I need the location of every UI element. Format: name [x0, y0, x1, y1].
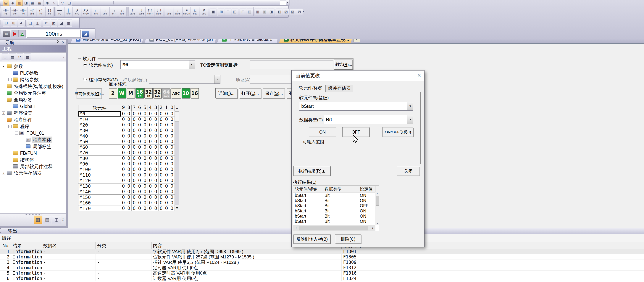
bit-cell[interactable]: 0 [137, 183, 142, 189]
format-2-button[interactable]: 2 [109, 88, 117, 98]
ladder-tool-icon[interactable]: ⊡ [240, 8, 246, 15]
toolbar-combo-stub[interactable] [280, 0, 286, 5]
list-item[interactable]: bStartBitON [293, 193, 379, 198]
toolbar-icon[interactable]: ◨ [23, 0, 29, 6]
bit-cell[interactable]: 0 [158, 200, 164, 206]
close-icon[interactable]: ✕ [60, 40, 66, 45]
monitor-status-icon[interactable]: ▲A [18, 30, 26, 37]
bit-cell[interactable]: 0 [137, 156, 142, 161]
scroll-down-icon[interactable]: ▼ [175, 205, 179, 211]
bit-cell[interactable]: 0 [142, 161, 148, 167]
bit-cell[interactable]: 0 [153, 178, 158, 183]
bit-cell[interactable]: 0 [169, 167, 175, 172]
bit-cell[interactable]: 0 [137, 128, 142, 134]
current-value-change-button[interactable]: 当前值更改(G)... [76, 89, 102, 99]
bit-cell[interactable]: 0 [164, 183, 169, 189]
tree-item----[interactable]: 结构体 [0, 156, 66, 163]
bit-cell[interactable]: 0 [121, 195, 126, 200]
bit-cell[interactable]: 0 [164, 156, 169, 161]
table-row[interactable]: M00000000000 [78, 111, 179, 117]
format-16bit-button[interactable]: 16bit [136, 88, 144, 98]
bit-cell[interactable]: 0 [158, 144, 164, 150]
bit-cell[interactable]: 0 [126, 195, 132, 200]
on-button[interactable]: ON [309, 127, 336, 137]
tree-item-----[interactable]: 局部标签 [0, 143, 66, 150]
hscrollbar-thumb[interactable] [299, 226, 368, 230]
tree-item-----[interactable]: +程序设置 [0, 110, 66, 116]
buffer-memory-radio[interactable] [83, 78, 86, 81]
toolbar-icon[interactable]: ▦ [36, 0, 42, 6]
list-item[interactable]: bStartBitON [293, 198, 379, 203]
bit-cell[interactable]: 0 [142, 139, 148, 144]
ladder-symbol-aF5-icon[interactable]: ↑aF5 [165, 7, 173, 17]
bit-cell[interactable]: 0 [132, 139, 137, 144]
bit-cell[interactable]: 0 [169, 183, 175, 189]
bit-cell[interactable]: 0 [169, 161, 175, 167]
window-tool-icon[interactable]: ⟳ [43, 19, 50, 26]
tree-item---[interactable]: -参数 [0, 63, 66, 70]
bit-cell[interactable]: 0 [121, 161, 126, 167]
bit-cell[interactable]: 0 [148, 122, 153, 128]
bit-cell[interactable]: 0 [158, 195, 164, 200]
bit-cell[interactable]: 0 [158, 156, 164, 161]
tree-item-global1[interactable]: Global1 [0, 103, 66, 110]
ladder-symbol-caF5-icon[interactable]: ↓caF5 [174, 7, 182, 17]
ladder-symbol-saF5-icon[interactable]: ⇑saF5 [128, 7, 137, 17]
bit-cell[interactable]: 0 [137, 178, 142, 183]
device-cell[interactable]: M140 [78, 189, 121, 195]
device-cell[interactable]: M100 [78, 167, 121, 172]
device-cell[interactable]: M30 [78, 128, 121, 134]
bit-cell[interactable]: 0 [126, 134, 132, 139]
bit-cell[interactable]: 0 [153, 200, 158, 206]
window-overflow-chevron[interactable]: ▾ [72, 18, 76, 28]
bit-cell[interactable]: 0 [126, 161, 132, 167]
bit-cell[interactable]: 0 [153, 150, 158, 156]
bit-cell[interactable]: 0 [121, 183, 126, 189]
ladder-symbol-sF8-icon[interactable]: ↓↑sF8 [101, 7, 109, 17]
bit-cell[interactable]: 0 [137, 189, 142, 195]
bit-cell[interactable]: 0 [158, 172, 164, 178]
ladder-symbol-sF7-icon[interactable]: ↑↓sF7 [92, 7, 100, 17]
bit-cell[interactable]: 0 [142, 206, 148, 211]
tree-item-------------[interactable]: 特殊模块(智能功能模块) [0, 83, 66, 90]
bit-cell[interactable]: 0 [126, 150, 132, 156]
bit-cell[interactable]: 0 [132, 150, 137, 156]
chevron-down-icon[interactable]: ▼ [189, 60, 194, 69]
bit-cell[interactable]: 0 [126, 144, 132, 150]
bit-cell[interactable]: 0 [169, 178, 175, 183]
expand-icon[interactable]: + [8, 78, 12, 81]
bit-cell[interactable]: 0 [142, 150, 148, 156]
ladder-tool-icon[interactable]: ◨ [268, 8, 274, 15]
ladder-symbol-caF10-icon[interactable]: ↗caF10 [182, 7, 191, 17]
ladder-symbol-cF9-icon[interactable]: ✗cF9 [73, 7, 82, 17]
bit-cell[interactable]: 0 [164, 167, 169, 172]
tree-item-pou_01[interactable]: -STPOU_01 [0, 130, 66, 136]
save-button[interactable]: 保存(S)... [263, 88, 285, 98]
window-tool-icon[interactable]: ⊞ [10, 19, 17, 26]
device-cell[interactable]: M70 [78, 150, 121, 156]
bit-cell[interactable]: 0 [153, 161, 158, 167]
table-row[interactable]: M1300000000000 [78, 183, 179, 189]
table-row[interactable]: M1700000000000 [78, 206, 179, 211]
output-row[interactable]: 6Information--计数器 VAR用 使用0点F1324 [0, 276, 644, 281]
bit-cell[interactable]: 0 [164, 150, 169, 156]
bit-cell[interactable]: 0 [137, 122, 142, 128]
dialog-device-combo[interactable]: bStart ▼ [299, 102, 413, 111]
scroll-right-icon[interactable]: › [370, 226, 376, 230]
monitor-write-icon[interactable]: ◪ [82, 31, 89, 37]
table-row[interactable]: M700000000000 [78, 150, 179, 156]
bit-cell[interactable]: 0 [148, 178, 153, 183]
ladder-tool-icon[interactable]: ▣ [210, 8, 216, 15]
table-row[interactable]: M1000000000000 [78, 167, 179, 172]
table-scrollbar[interactable]: ▲ ▼ [175, 105, 179, 211]
table-row[interactable]: M800000000000 [78, 156, 179, 161]
bit-cell[interactable]: 0 [121, 189, 126, 195]
expand-icon[interactable]: + [2, 112, 5, 115]
table-row[interactable]: M900000000000 [78, 161, 179, 167]
bit-cell[interactable]: 0 [153, 139, 158, 144]
ladder-tool-icon[interactable]: ⊞ [218, 8, 224, 15]
bit-cell[interactable]: 0 [169, 139, 175, 144]
tree-item---[interactable]: -程序 [0, 123, 66, 130]
bit-cell[interactable]: 0 [169, 195, 175, 200]
toolbar-icon[interactable]: ▦ [30, 0, 36, 6]
